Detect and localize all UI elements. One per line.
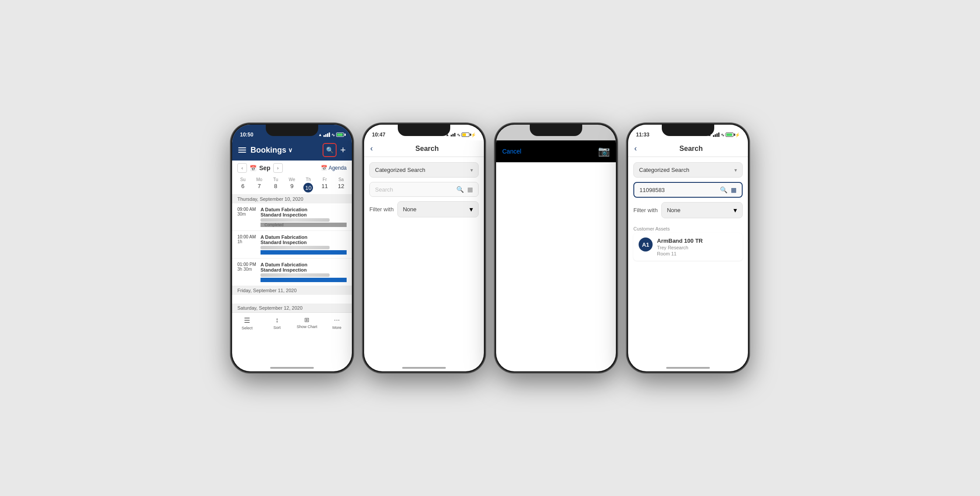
dropdown-chevron-2	[470, 167, 473, 173]
search-header-2: ‹ Search	[364, 140, 484, 157]
wifi-icon-2: ∿	[457, 133, 460, 137]
booking-duration-3: 3h 30m	[237, 267, 257, 272]
status-dot-1	[261, 224, 263, 226]
location-icon-1: ▲	[318, 133, 322, 137]
more-icon: ···	[334, 316, 340, 324]
filter-dropdown-2[interactable]: None	[397, 201, 479, 217]
back-button-4[interactable]: ‹	[634, 144, 637, 153]
next-month-button[interactable]: ›	[273, 163, 283, 173]
sort-icon: ↕	[275, 316, 279, 324]
schedule-list: Thursday, September 10, 2020 09:00 AM 30…	[232, 195, 352, 312]
status-text-2: Scheduled	[264, 250, 283, 255]
day-su[interactable]: Su 6	[236, 177, 250, 192]
booking-item-3[interactable]: 01:00 PM 3h 30m A Datum Fabrication Stan…	[232, 258, 352, 286]
search-icon-header: 🔍	[326, 147, 334, 154]
filter-dropdown-4[interactable]: None	[661, 202, 743, 218]
day-num-su: 6	[241, 183, 244, 189]
results-title: Customer Assets	[633, 224, 743, 233]
day-num-mo: 7	[258, 183, 261, 189]
back-button-2[interactable]: ‹	[370, 144, 373, 153]
month-label: Sep	[259, 164, 271, 171]
agenda-button[interactable]: 📅 Agenda	[321, 165, 347, 171]
battery-fill-1	[337, 133, 343, 136]
prev-month-button[interactable]: ‹	[237, 163, 247, 173]
barcode-icon-4: ▦	[731, 186, 737, 193]
app-header-1: Bookings ∨ 🔍 +	[232, 140, 352, 161]
categorized-search-dropdown-2[interactable]: Categorized Search	[369, 162, 479, 178]
phone-4-results: 11:33 ▲ ∿ ⚡ ‹	[627, 123, 749, 373]
result-sublocation: Room 11	[657, 251, 737, 256]
booking-item-2[interactable]: 10:00 AM 1h A Datum Fabrication Standard…	[232, 231, 352, 258]
calendar-icon-agenda: 📅	[321, 165, 327, 171]
toolbar-sort[interactable]: ↕ Sort	[262, 316, 292, 330]
day-name-sa: Sa	[338, 177, 344, 182]
day-th-today[interactable]: Th 10	[301, 177, 316, 192]
date-header-fri: Friday, September 11, 2020	[232, 286, 352, 295]
barcode-icon-2: ▦	[467, 186, 473, 193]
search-input-2[interactable]: Search 🔍 ▦	[369, 182, 479, 197]
calendar-nav: ‹ 📅 Sep › 📅 Agenda	[232, 161, 352, 175]
categorized-search-dropdown-4[interactable]: Categorized Search	[633, 162, 743, 178]
search-input-filled-4[interactable]: 11098583 🔍 ▦	[633, 182, 743, 198]
booking-address-3	[261, 273, 330, 277]
booking-company-2: A Datum Fabrication	[261, 234, 347, 240]
signal-1	[323, 133, 330, 137]
home-indicator-3	[534, 367, 578, 369]
search-icon-4: 🔍	[720, 186, 727, 193]
booking-address-2	[261, 246, 330, 249]
title-chevron: ∨	[288, 147, 292, 154]
day-we[interactable]: We 9	[285, 177, 299, 192]
toolbar-more[interactable]: ··· More	[322, 316, 352, 330]
search-icon-2: 🔍	[456, 186, 464, 193]
booking-time-1: 09:00 AM	[237, 207, 257, 212]
camera-bottom: Cancel 📷	[496, 140, 616, 162]
home-indicator-1	[270, 367, 314, 369]
battery-fill-4	[726, 133, 732, 136]
toolbar-select[interactable]: ☰ Select	[232, 316, 262, 330]
day-sa[interactable]: Sa 12	[334, 177, 348, 192]
add-button[interactable]: +	[340, 145, 346, 155]
day-tu[interactable]: Tu 8	[268, 177, 283, 192]
date-header-sat: Saturday, September 12, 2020	[232, 304, 352, 312]
filter-row-2: Filter with None	[369, 201, 479, 217]
day-num-fr: 11	[322, 183, 328, 189]
app-title: Bookings ∨	[250, 146, 292, 155]
status-text-3: Scheduled	[264, 278, 283, 282]
booking-company-1: A Datum Fabrication	[261, 207, 347, 212]
filter-value-4: None	[667, 207, 681, 213]
toolbar-show-chart[interactable]: ⊞ Show Chart	[292, 316, 322, 330]
day-num-we: 9	[290, 183, 293, 189]
day-name-we: We	[289, 177, 295, 182]
cancel-button-3[interactable]: Cancel	[502, 148, 521, 155]
booking-item-1[interactable]: 09:00 AM 30m A Datum Fabrication Standar…	[232, 203, 352, 231]
hamburger-menu[interactable]	[238, 147, 246, 153]
signal-4	[713, 133, 719, 137]
fri-empty	[232, 295, 352, 304]
day-num-sa: 12	[338, 183, 344, 189]
booking-status-2: Scheduled	[261, 250, 347, 255]
booking-time-3: 01:00 PM	[237, 262, 257, 267]
date-sat-text: Saturday, September 12, 2020	[237, 305, 302, 311]
status-dot-3	[261, 279, 263, 281]
phone-2-search: 10:47 ▲ ∿ ⚡ ‹	[363, 123, 485, 373]
date-fri-text: Friday, September 11, 2020	[237, 288, 297, 293]
result-item-1[interactable]: A1 ArmBand 100 TR Trey Research Room 11	[633, 233, 743, 261]
search-title-4: Search	[640, 145, 742, 153]
booking-duration-1: 30m	[237, 212, 257, 217]
search-placeholder-2: Search	[375, 186, 453, 193]
date-thu-text: Thursday, September 10, 2020	[237, 196, 303, 202]
result-location: Trey Research	[657, 245, 737, 250]
chart-label: Show Chart	[297, 325, 317, 329]
result-org: Trey Research	[657, 245, 688, 250]
day-fr[interactable]: Fr 11	[317, 177, 332, 192]
battery-4	[726, 133, 733, 137]
day-name-su: Su	[240, 177, 246, 182]
day-mo[interactable]: Mo 7	[252, 177, 266, 192]
search-title-2: Search	[376, 145, 478, 153]
camera-icon[interactable]: 📷	[598, 146, 610, 157]
agenda-label: Agenda	[329, 165, 347, 171]
lightning-2: ⚡	[471, 133, 476, 137]
search-button-highlighted[interactable]: 🔍	[323, 143, 337, 157]
bottom-toolbar: ☰ Select ↕ Sort ⊞ Show Chart ··· More	[232, 312, 352, 335]
filter-value-2: None	[403, 206, 417, 213]
